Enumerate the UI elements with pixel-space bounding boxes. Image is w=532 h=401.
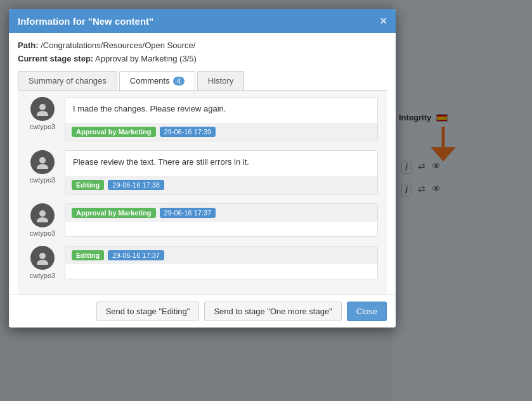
avatar-col: cwtypo3	[27, 97, 58, 141]
svg-point-9	[37, 260, 48, 265]
comment-footer: Approval by Marketing 29-06-16 17:39	[65, 123, 377, 141]
modal-title: Information for "New content"	[18, 16, 153, 27]
tab-comments[interactable]: Comments 4	[119, 71, 195, 90]
user-icon	[36, 251, 49, 265]
stage-value: Approval by Marketing (3/5)	[95, 54, 197, 63]
svg-point-5	[37, 164, 48, 169]
svg-point-4	[39, 157, 46, 163]
svg-point-8	[39, 253, 46, 259]
modal-footer: Send to stage "Editing" Send to stage "O…	[9, 295, 396, 328]
stage-label: Current stage step:	[18, 54, 93, 63]
svg-point-6	[39, 210, 46, 217]
date-badge: 29-06-16 17:38	[108, 180, 164, 190]
close-button[interactable]: Close	[347, 302, 387, 321]
stage-badge: Editing	[72, 250, 104, 260]
user-icon	[36, 155, 49, 169]
avatar	[30, 97, 55, 121]
user-icon	[36, 208, 49, 222]
comment-item: cwtypo3 I made the changes. Please revie…	[27, 97, 378, 141]
avatar	[30, 203, 55, 227]
comment-item: cwtypo3 Editing 29-06-16 17:37	[27, 246, 378, 279]
comment-box: Please review the text. There are still …	[65, 150, 378, 194]
svg-point-3	[37, 111, 48, 116]
comment-item: cwtypo3 Approval by Marketing 29-06-16 1…	[27, 203, 378, 237]
svg-point-2	[39, 104, 46, 110]
tab-summary[interactable]: Summary of changes	[18, 71, 117, 90]
avatar	[30, 150, 55, 174]
tab-summary-label: Summary of changes	[29, 76, 107, 86]
tab-comments-badge: 4	[173, 77, 185, 86]
avatar-col: cwtypo3	[27, 150, 58, 194]
tab-comments-label: Comments	[130, 76, 170, 86]
date-badge: 29-06-16 17:37	[160, 208, 216, 218]
stage-badge: Approval by Marketing	[72, 127, 156, 137]
avatar-col: cwtypo3	[27, 246, 58, 279]
close-icon[interactable]: ×	[380, 15, 387, 27]
comment-box: Approval by Marketing 29-06-16 17:37	[65, 203, 378, 237]
path-value: /Congratulations/Resources/Open Source/	[41, 41, 195, 50]
tab-bar: Summary of changes Comments 4 History	[18, 71, 387, 91]
user-icon	[36, 102, 49, 116]
modal-header: Information for "New content" ×	[9, 9, 396, 33]
tab-history[interactable]: History	[197, 71, 244, 90]
tab-history-label: History	[208, 76, 233, 86]
modal-body: Path: /Congratulations/Resources/Open So…	[9, 33, 396, 295]
comment-footer: Editing 29-06-16 17:38	[65, 176, 377, 194]
comment-item: cwtypo3 Please review the text. There ar…	[27, 150, 378, 194]
stage-badge: Editing	[72, 180, 104, 190]
comment-username: cwtypo3	[30, 272, 55, 279]
tab-content-comments: cwtypo3 I made the changes. Please revie…	[18, 91, 387, 295]
comment-text: I made the changes. Please review again.	[65, 98, 377, 123]
comment-username: cwtypo3	[30, 123, 55, 130]
comment-username: cwtypo3	[30, 229, 55, 237]
modal-dialog: Information for "New content" × Path: /C…	[9, 9, 396, 328]
avatar-col: cwtypo3	[27, 203, 58, 237]
comment-box: I made the changes. Please review again.…	[65, 97, 378, 141]
comment-text: Please review the text. There are still …	[65, 151, 377, 176]
send-one-more-button[interactable]: Send to stage "One more stage"	[204, 302, 341, 321]
comment-footer: Approval by Marketing 29-06-16 17:37	[65, 204, 377, 222]
comment-box: Editing 29-06-16 17:37	[65, 246, 378, 279]
avatar	[30, 246, 55, 270]
path-line: Path: /Congratulations/Resources/Open So…	[18, 41, 387, 50]
stage-line: Current stage step: Approval by Marketin…	[18, 54, 387, 63]
svg-point-7	[37, 217, 48, 222]
send-editing-button[interactable]: Send to stage "Editing"	[96, 302, 200, 321]
stage-badge: Approval by Marketing	[72, 208, 156, 218]
comment-footer: Editing 29-06-16 17:37	[65, 246, 377, 264]
date-badge: 29-06-16 17:39	[160, 127, 216, 137]
comment-username: cwtypo3	[30, 176, 55, 184]
path-label: Path:	[18, 41, 39, 50]
date-badge: 29-06-16 17:37	[108, 250, 164, 260]
